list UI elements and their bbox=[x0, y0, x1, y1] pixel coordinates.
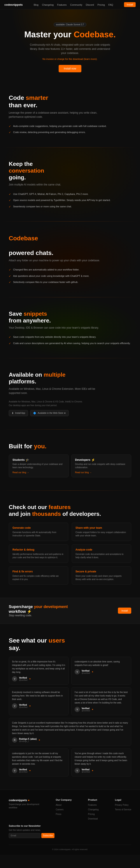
code-smarter-title: Code smarter than ever. bbox=[9, 94, 131, 109]
nav-install-button[interactable]: Install bbox=[124, 2, 136, 7]
nav-pricing[interactable]: Pricing bbox=[97, 3, 105, 6]
newsletter-email-input[interactable] bbox=[9, 833, 40, 838]
testimonial-card: So far so great, it's a little impressiv… bbox=[9, 657, 69, 685]
testimonial-card: You've gone through where I made this co… bbox=[71, 748, 131, 776]
checkmark-icon: ✓ bbox=[9, 193, 11, 196]
install-app-badge[interactable]: ⬇ Install App bbox=[9, 410, 28, 416]
feature-generate-title: Generate code bbox=[12, 526, 64, 529]
author-name: Verified bbox=[19, 768, 27, 771]
students-card-desc: Gain a deeper understanding of your code… bbox=[12, 463, 65, 469]
list-item: ✓ Changed files are automatically added … bbox=[9, 268, 131, 272]
developers-card-link[interactable]: Read our blog → bbox=[75, 471, 128, 474]
testimonial-author: V Verified @verified ★ bbox=[12, 676, 65, 681]
avatar: V bbox=[75, 707, 80, 712]
conversation-subtitle: Join multiple AI models within the same … bbox=[9, 183, 101, 187]
footer-pricing-link[interactable]: Pricing bbox=[88, 813, 95, 815]
avatar: V bbox=[75, 768, 80, 773]
logo-text: codesnippets bbox=[4, 3, 23, 6]
testimonial-text: I've used a lot of snippet tools but thi… bbox=[75, 691, 128, 705]
feature-text: Save code snippets from any website dire… bbox=[13, 335, 96, 339]
feature-share-title: Share with your team bbox=[76, 526, 128, 529]
features-title: Check out our features and join thousand… bbox=[9, 504, 131, 517]
newsletter-subscribe-button[interactable]: Subscribe bbox=[41, 833, 54, 838]
feature-text: Auto-complete code suggestions, helping … bbox=[13, 124, 107, 128]
author-name: Verified bbox=[19, 704, 27, 706]
footer-brand-name: codesnippets ● bbox=[9, 799, 39, 802]
supercharge-text: Supercharge your development workflow ⚡ … bbox=[9, 604, 68, 617]
hero-link[interactable]: No invoice or charge for the download (l… bbox=[43, 58, 97, 60]
nav-discord[interactable]: Discord bbox=[86, 3, 94, 6]
testimonial-text: codesnippets is just for me the answer t… bbox=[12, 752, 65, 766]
author-info: Verified @verified bbox=[19, 677, 27, 681]
testimonial-author: V Verified @verified ★ bbox=[12, 703, 65, 709]
author-name: Rodrigo F. (alias) bbox=[19, 738, 37, 740]
platform-badges: ⬇ Install App 🔷 Available in the Web Sto… bbox=[9, 410, 131, 416]
author-info: Verified @verified bbox=[19, 704, 27, 708]
user-cards: Students 🎓 Gain a deeper understanding o… bbox=[9, 455, 131, 477]
feature-refactor-title: Refactor & debug bbox=[12, 548, 64, 551]
footer-top: codesnippets ● Supercharge your developm… bbox=[9, 799, 131, 838]
nav-links: Blog Changelog Features Community Discor… bbox=[34, 3, 113, 6]
footer-col-legal-title: Legal bbox=[115, 799, 131, 801]
footer-newsletter-desc: Get the latest updates and news. bbox=[9, 829, 48, 831]
testimonial-author: V Verified @verified ★ bbox=[75, 669, 128, 675]
testimonial-text: Code Snippets is just an excellent imple… bbox=[12, 721, 128, 735]
hero-cta-button[interactable]: Install now bbox=[59, 65, 82, 72]
author-name: Verified bbox=[82, 670, 90, 672]
code-smarter-subtitle: Leverage the power of a codebase-aware a… bbox=[9, 111, 101, 119]
avatar: V bbox=[12, 768, 17, 773]
nav-community[interactable]: Community bbox=[70, 3, 82, 6]
star-icon: ★ bbox=[92, 671, 93, 673]
feature-find-desc: Detect and fix complex code efficiency w… bbox=[12, 575, 64, 581]
author-handle: @rodrigo_f bbox=[19, 740, 37, 742]
footer-careers-link[interactable]: Careers bbox=[56, 808, 64, 811]
logo[interactable]: codesnippets bbox=[4, 3, 23, 6]
author-handle: @verified bbox=[19, 679, 27, 681]
footer-download-link[interactable]: Download bbox=[88, 817, 97, 820]
nav-changelog[interactable]: Changelog bbox=[42, 3, 54, 6]
checkmark-icon: ✓ bbox=[9, 275, 11, 278]
codebase-subtitle: Attach any folder on your machine to pow… bbox=[9, 258, 101, 262]
footer: codesnippets ● Supercharge your developm… bbox=[0, 789, 140, 855]
platforms-note2: Our desktop apps are free during your tr… bbox=[9, 404, 131, 407]
built-for-title: Built for you. bbox=[9, 443, 131, 450]
checkmark-icon: ✓ bbox=[9, 125, 11, 128]
feature-secure-card: Secure & private Store your code locally… bbox=[72, 566, 131, 585]
students-card-link[interactable]: Read our blog → bbox=[12, 471, 65, 474]
supercharge-install-button[interactable]: Install bbox=[118, 608, 131, 614]
footer-newsletter-title: Subscribe to our Newsletter bbox=[9, 825, 48, 827]
testimonial-card: Everybody involved in making software sh… bbox=[9, 687, 69, 715]
codebase-section: Codebase powered chats. Attach any folde… bbox=[0, 221, 140, 297]
footer-terms-link[interactable]: Terms of Service bbox=[115, 808, 131, 811]
author-name: Verified bbox=[82, 707, 90, 710]
footer-links-legal: Privacy Policy Terms of Service bbox=[115, 803, 131, 811]
supercharge-subtitle: Stop rewriting code. bbox=[9, 614, 68, 617]
footer-col-product: Product Features Changelog Pricing Downl… bbox=[88, 799, 99, 820]
footer-features-link[interactable]: Features bbox=[88, 804, 96, 806]
snippets-section: Save snippets from anywhere. Your Deskto… bbox=[0, 297, 140, 358]
students-card: Students 🎓 Gain a deeper understanding o… bbox=[9, 455, 69, 477]
footer-brand-desc: Supercharge your development workflow bbox=[9, 803, 39, 809]
testimonial-text: You've gone through where I made this co… bbox=[75, 752, 128, 766]
nav-faq[interactable]: FAQ bbox=[108, 3, 113, 6]
supercharge-section: Supercharge your development workflow ⚡ … bbox=[0, 598, 140, 624]
conversation-section: Keep the conversation going. Join multip… bbox=[0, 148, 140, 221]
checkmark-icon: ✓ bbox=[9, 336, 11, 339]
feature-find-title: Find & fix errors bbox=[12, 570, 64, 573]
footer-about-link[interactable]: About bbox=[56, 804, 61, 806]
feature-analyze-title: Analyze code bbox=[76, 548, 128, 551]
list-item: ✓ Auto-complete code suggestions, helpin… bbox=[9, 124, 131, 128]
footer-privacy-link[interactable]: Privacy Policy bbox=[115, 804, 129, 806]
feature-refactor-desc: Identify performance bottlenecks and ant… bbox=[12, 553, 64, 559]
platforms-title: Available on multiple platforms. bbox=[9, 371, 131, 385]
testimonial-author: R Rodrigo F. (alias) @rodrigo_f ★ bbox=[12, 737, 128, 743]
web-store-badge[interactable]: 🔷 Available in the Web Store ★ bbox=[30, 410, 69, 416]
checkmark-icon: ✓ bbox=[9, 199, 11, 202]
nav-blog[interactable]: Blog bbox=[34, 3, 38, 6]
platforms-section: Available on multiple platforms. Availab… bbox=[0, 358, 140, 429]
footer-press-link[interactable]: Press bbox=[56, 813, 61, 815]
navbar: codesnippets Blog Changelog Features Com… bbox=[0, 0, 140, 9]
footer-changelog-link[interactable]: Changelog bbox=[88, 808, 99, 811]
nav-features[interactable]: Features bbox=[57, 3, 66, 6]
built-for-section: Built for you. Students 🎓 Gain a deeper … bbox=[0, 430, 140, 491]
